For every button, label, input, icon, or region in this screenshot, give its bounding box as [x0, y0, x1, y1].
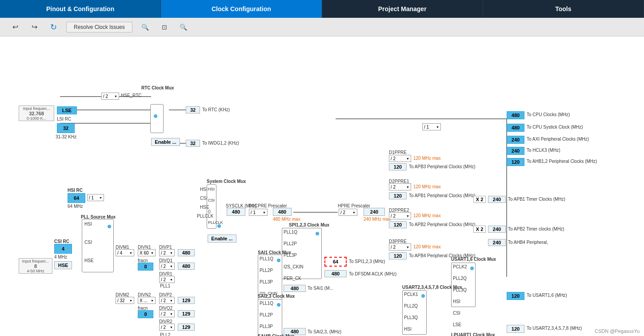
usart16-120-box: 120 — [507, 292, 524, 300]
d2ppre2-240-box: 240 — [488, 226, 506, 233]
sai23-mux-box: PLL1Q PLL2P PLL3P I2S_CKIN PER_CK — [258, 299, 282, 336]
sys-hse-label: HSE — [200, 205, 209, 210]
to-apb2-label: To APB2 Peripheral Clocks (MHz) — [409, 222, 476, 227]
divp2-select[interactable]: / 2 — [159, 297, 175, 304]
redo-button[interactable]: ↪ — [28, 21, 40, 33]
sys-pllclk-radio[interactable] — [217, 224, 221, 228]
sai23-pll2p: PLL2P — [260, 312, 283, 317]
to-usart2345678-label: To USART2,3,4,5,7,8 (MHz) — [527, 326, 582, 331]
spi-per-ck: PER_CK — [284, 276, 323, 281]
clock-diagram: Input frequen... 32.768 0-1000 K... LSE … — [0, 36, 644, 336]
d3ppre-select[interactable]: / 2 — [389, 243, 411, 251]
hpre-240-box: 240 — [364, 208, 385, 216]
d2ppre1-240-box: 240 — [488, 196, 506, 203]
csi-freq-label: 4 MHz — [54, 255, 67, 259]
spi-i2s-ckin: I2S_CKIN — [284, 264, 323, 269]
pll2-129-3: 129 — [178, 324, 195, 331]
system-clock-mux-label: System Clock Mux — [207, 179, 246, 184]
watermark: CSDN @PegasusYu — [595, 328, 640, 334]
usart2-pll3q: PLL3Q — [404, 315, 428, 320]
divq1-select[interactable]: / 2 — [159, 263, 175, 270]
hse-left-box: HSE — [54, 261, 72, 269]
hpre-max-label: 480 MHz max — [273, 217, 300, 222]
divr1-select[interactable]: / 2 — [159, 276, 175, 283]
pll2-label: PLL2 — [160, 332, 170, 336]
usart2-pll2q: PLL2Q — [404, 304, 428, 308]
resolve-clock-button[interactable]: Resolve Clock Issues — [66, 22, 132, 32]
d3ppre-max-label: 120 MHz max — [413, 244, 441, 249]
d1ppre-label: D1PPRE — [389, 150, 407, 155]
hse-rtc-div2-select[interactable]: / 2 — [101, 93, 119, 100]
usart16-clock-mux-label: USART1,6 Clock Mux — [451, 257, 496, 262]
fit-button[interactable]: ⊡ — [158, 21, 171, 33]
fracn2-box: 0 — [138, 310, 153, 318]
sys-hse: () — [208, 209, 217, 214]
refresh-button[interactable]: ↻ — [47, 21, 60, 33]
nav-project[interactable]: Project Manager — [322, 0, 483, 18]
undo-button[interactable]: ↩ — [9, 21, 21, 33]
nav-clock[interactable]: Clock Configuration — [161, 0, 322, 18]
sys-csi-label: CSI — [200, 196, 208, 201]
to-spi123-label: To SPI1,2,3 (MHz) — [349, 259, 385, 264]
top-div1-select[interactable]: / 1 — [422, 123, 441, 130]
sys-hsi: HSI — [208, 187, 217, 191]
pll1-480-1: 480 — [178, 249, 195, 256]
divm1-select[interactable]: / 4 — [116, 249, 134, 256]
zoom-out-button[interactable]: 🔍 — [177, 21, 190, 33]
usart16-csi: CSI — [453, 311, 476, 316]
sai23-clock-mux-label: SAI2,3 Clock Mux — [258, 294, 295, 299]
nav-tools[interactable]: Tools — [483, 0, 644, 18]
to-cpu-label: To CPU Clocks (MHz) — [527, 112, 570, 117]
d2ppre1-select[interactable]: / 2 — [389, 183, 411, 190]
enable-bottom-button[interactable]: Enable ... — [208, 235, 236, 243]
divm2-select[interactable]: / 32 — [116, 297, 134, 304]
spi-pll2p: PLL2P — [284, 241, 323, 246]
d2ppre1-max-label: 120 MHz max — [413, 184, 441, 189]
to-usart16-label: To USART1,6 (MHz) — [527, 293, 567, 298]
to-apb1-label: To APB1 Peripheral Clocks (MHz) — [409, 193, 476, 198]
d2ppre2-select[interactable]: / 2 — [389, 212, 411, 219]
usart16-hsi: HSI — [453, 299, 476, 304]
zoom-in-button[interactable]: 🔍 — [139, 21, 152, 33]
input-freq2-box[interactable]: Input frequen... 8 4-50 MHz — [19, 258, 52, 274]
pll-hsi-radio[interactable] — [108, 225, 111, 228]
hsi-rc-label: HSI RC — [68, 188, 83, 193]
enable-top-button[interactable]: Enable ... — [151, 138, 180, 146]
rtc-mux — [150, 104, 164, 133]
rtc-clock-mux-label: RTC Clock Mux — [141, 85, 174, 90]
divp1-select[interactable]: / 2 — [159, 249, 175, 256]
pll-source-mux-box: HSI CSI HSE — [82, 219, 114, 272]
pll1-label: PLL1 — [160, 283, 170, 288]
diagram-lines — [0, 36, 644, 336]
usart16-lse: LSE — [453, 322, 476, 327]
nav-pinout[interactable]: Pinout & Configuration — [0, 0, 161, 18]
d1cpre-select[interactable]: / 1 — [249, 209, 268, 216]
to-hclk3-label: To HCLK3 (MHz) — [527, 148, 560, 153]
sai23-pll3p: PLL3P — [260, 324, 283, 329]
hpre-div2-select[interactable]: / 2 — [339, 209, 357, 216]
rtc-mux-selected — [154, 114, 157, 118]
pll2-129-1: 129 — [178, 297, 195, 304]
cpu-480-box: 480 — [507, 111, 524, 119]
fracn1-box: 0 — [138, 263, 153, 271]
d1ppre-max-label: 120 MHz max — [413, 156, 441, 161]
input-freq-box[interactable]: Input frequen... 32.768 0-1000 K... — [19, 105, 54, 121]
usart2-pclk1-radio[interactable] — [421, 294, 425, 298]
sai1-pll1q-radio[interactable] — [277, 259, 280, 262]
hse-pll-label: HSE — [84, 258, 116, 263]
to-sai1-val-box: 480 — [284, 285, 306, 292]
sai1-pll2p: PLL2P — [260, 268, 283, 273]
hsi-freq-label: 64 MHz — [68, 204, 83, 209]
d1ppre-select[interactable]: / 2 — [389, 155, 411, 162]
hsi-div1-select[interactable]: / 1 — [87, 194, 104, 201]
x60-select[interactable]: X 60 — [138, 249, 156, 256]
usart16-pclk2-radio[interactable] — [470, 267, 474, 270]
toolbar: ↩ ↪ ↻ Resolve Clock Issues 🔍 ⊡ 🔍 — [0, 18, 644, 36]
spi123-clock-mux-label: SPI1,2,3 Clock Mux — [289, 223, 329, 227]
xdots-select[interactable]: X ... — [138, 297, 156, 304]
sys-pllclk: PLLCLK — [208, 220, 217, 225]
divr2-select[interactable]: / 2 — [159, 324, 175, 331]
divq2-select[interactable]: / 2 — [159, 310, 175, 317]
sai23-pll1q-radio[interactable] — [277, 303, 280, 307]
spi-pll1q-radio[interactable] — [316, 232, 319, 235]
